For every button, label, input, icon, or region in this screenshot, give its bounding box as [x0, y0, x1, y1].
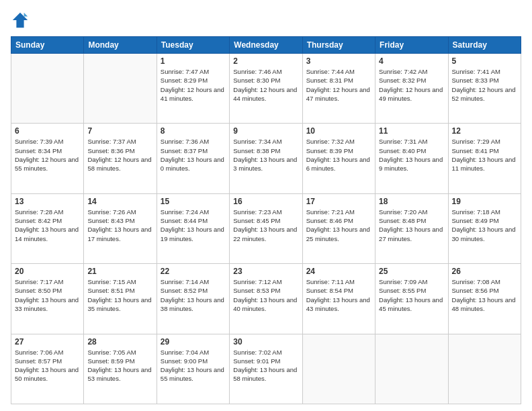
daylight: Daylight: 13 hours and 11 minutes. — [452, 155, 517, 173]
daylight: Daylight: 12 hours and 58 minutes. — [87, 155, 152, 173]
calendar-cell: 25 Sunrise: 7:09 AM Sunset: 8:55 PM Dayl… — [375, 264, 448, 334]
sunset: Sunset: 8:33 PM — [452, 76, 517, 85]
sunrise: Sunrise: 7:37 AM — [87, 137, 152, 146]
daylight: Daylight: 12 hours and 44 minutes. — [233, 85, 298, 103]
day-number: 20 — [15, 267, 80, 276]
sunrise: Sunrise: 7:44 AM — [306, 67, 371, 76]
daylight: Daylight: 13 hours and 50 minutes. — [15, 365, 80, 383]
sunrise: Sunrise: 7:04 AM — [161, 348, 226, 357]
day-number: 25 — [379, 267, 444, 276]
sunset: Sunset: 8:41 PM — [452, 146, 517, 155]
calendar-week-row: 13 Sunrise: 7:28 AM Sunset: 8:42 PM Dayl… — [11, 193, 521, 263]
calendar-cell: 12 Sunrise: 7:29 AM Sunset: 8:41 PM Dayl… — [448, 124, 521, 193]
sunset: Sunset: 8:52 PM — [161, 286, 226, 295]
calendar-cell: 7 Sunrise: 7:37 AM Sunset: 8:36 PM Dayli… — [84, 124, 157, 193]
sunset: Sunset: 8:42 PM — [15, 216, 80, 225]
sunrise: Sunrise: 7:21 AM — [306, 208, 371, 216]
weekday-header: Sunday — [11, 37, 84, 54]
day-number: 23 — [233, 267, 298, 276]
day-number: 15 — [161, 197, 226, 206]
calendar-cell: 1 Sunrise: 7:47 AM Sunset: 8:29 PM Dayli… — [157, 54, 229, 124]
sunset: Sunset: 8:48 PM — [379, 216, 444, 225]
calendar-week-row: 20 Sunrise: 7:17 AM Sunset: 8:50 PM Dayl… — [11, 264, 521, 334]
sunrise: Sunrise: 7:18 AM — [452, 208, 517, 216]
sunrise: Sunrise: 7:32 AM — [306, 137, 371, 146]
daylight: Daylight: 13 hours and 30 minutes. — [452, 225, 517, 243]
day-number: 19 — [452, 197, 517, 206]
day-info: Sunrise: 7:20 AM Sunset: 8:48 PM Dayligh… — [379, 208, 444, 243]
day-number: 9 — [233, 126, 298, 136]
day-info: Sunrise: 7:05 AM Sunset: 8:59 PM Dayligh… — [87, 348, 152, 383]
calendar-cell: 15 Sunrise: 7:24 AM Sunset: 8:44 PM Dayl… — [157, 193, 229, 263]
sunset: Sunset: 8:30 PM — [233, 76, 298, 85]
sunrise: Sunrise: 7:28 AM — [15, 208, 80, 216]
day-number: 30 — [233, 337, 298, 347]
calendar-cell: 9 Sunrise: 7:34 AM Sunset: 8:38 PM Dayli… — [230, 124, 302, 193]
daylight: Daylight: 13 hours and 0 minutes. — [161, 155, 226, 173]
daylight: Daylight: 12 hours and 41 minutes. — [161, 85, 226, 103]
daylight: Daylight: 13 hours and 14 minutes. — [15, 225, 80, 243]
sunrise: Sunrise: 7:42 AM — [379, 67, 444, 76]
sunset: Sunset: 8:49 PM — [452, 216, 517, 225]
day-info: Sunrise: 7:06 AM Sunset: 8:57 PM Dayligh… — [15, 348, 80, 383]
daylight: Daylight: 13 hours and 17 minutes. — [87, 225, 152, 243]
day-number: 8 — [161, 126, 226, 136]
sunrise: Sunrise: 7:12 AM — [233, 277, 298, 286]
sunset: Sunset: 8:38 PM — [233, 146, 298, 155]
day-info: Sunrise: 7:32 AM Sunset: 8:39 PM Dayligh… — [306, 137, 371, 173]
sunrise: Sunrise: 7:05 AM — [87, 348, 152, 357]
sunrise: Sunrise: 7:02 AM — [233, 348, 298, 357]
calendar-table: SundayMondayTuesdayWednesdayThursdayFrid… — [11, 36, 521, 404]
calendar-cell: 2 Sunrise: 7:46 AM Sunset: 8:30 PM Dayli… — [230, 54, 302, 124]
sunrise: Sunrise: 7:36 AM — [161, 137, 226, 146]
calendar-cell: 23 Sunrise: 7:12 AM Sunset: 8:53 PM Dayl… — [230, 264, 302, 334]
day-number: 17 — [306, 197, 371, 206]
sunset: Sunset: 8:55 PM — [379, 286, 444, 295]
sunrise: Sunrise: 7:24 AM — [161, 208, 226, 216]
svg-marker-1 — [24, 13, 28, 17]
calendar-cell: 17 Sunrise: 7:21 AM Sunset: 8:46 PM Dayl… — [302, 193, 375, 263]
daylight: Daylight: 13 hours and 6 minutes. — [306, 155, 371, 173]
day-info: Sunrise: 7:44 AM Sunset: 8:31 PM Dayligh… — [306, 67, 371, 103]
day-info: Sunrise: 7:37 AM Sunset: 8:36 PM Dayligh… — [87, 137, 152, 173]
day-info: Sunrise: 7:41 AM Sunset: 8:33 PM Dayligh… — [452, 67, 517, 103]
sunset: Sunset: 8:43 PM — [87, 216, 152, 225]
weekday-header: Thursday — [302, 37, 375, 54]
sunset: Sunset: 8:39 PM — [306, 146, 371, 155]
day-info: Sunrise: 7:36 AM Sunset: 8:37 PM Dayligh… — [161, 137, 226, 173]
calendar-week-row: 1 Sunrise: 7:47 AM Sunset: 8:29 PM Dayli… — [11, 54, 521, 124]
day-info: Sunrise: 7:17 AM Sunset: 8:50 PM Dayligh… — [15, 277, 80, 313]
sunrise: Sunrise: 7:46 AM — [233, 67, 298, 76]
calendar-cell: 4 Sunrise: 7:42 AM Sunset: 8:32 PM Dayli… — [375, 54, 448, 124]
day-number: 4 — [379, 56, 444, 66]
calendar-week-row: 27 Sunrise: 7:06 AM Sunset: 8:57 PM Dayl… — [11, 334, 521, 404]
day-info: Sunrise: 7:34 AM Sunset: 8:38 PM Dayligh… — [233, 137, 298, 173]
daylight: Daylight: 13 hours and 25 minutes. — [306, 225, 371, 243]
day-number: 26 — [452, 267, 517, 276]
sunrise: Sunrise: 7:15 AM — [87, 277, 152, 286]
weekday-header: Tuesday — [157, 37, 229, 54]
calendar-cell: 28 Sunrise: 7:05 AM Sunset: 8:59 PM Dayl… — [84, 334, 157, 404]
calendar-cell — [448, 334, 521, 404]
day-number: 7 — [87, 126, 152, 136]
calendar-cell — [302, 334, 375, 404]
daylight: Daylight: 13 hours and 58 minutes. — [233, 365, 298, 383]
calendar-cell: 30 Sunrise: 7:02 AM Sunset: 9:01 PM Dayl… — [230, 334, 302, 404]
day-info: Sunrise: 7:46 AM Sunset: 8:30 PM Dayligh… — [233, 67, 298, 103]
sunrise: Sunrise: 7:29 AM — [452, 137, 517, 146]
day-number: 11 — [379, 126, 444, 136]
day-info: Sunrise: 7:08 AM Sunset: 8:56 PM Dayligh… — [452, 277, 517, 313]
daylight: Daylight: 13 hours and 53 minutes. — [87, 365, 152, 383]
day-info: Sunrise: 7:31 AM Sunset: 8:40 PM Dayligh… — [379, 137, 444, 173]
daylight: Daylight: 13 hours and 45 minutes. — [379, 295, 444, 314]
day-number: 28 — [87, 337, 152, 347]
day-number: 1 — [161, 56, 226, 66]
daylight: Daylight: 12 hours and 55 minutes. — [15, 155, 80, 173]
sunset: Sunset: 8:44 PM — [161, 216, 226, 225]
sunrise: Sunrise: 7:23 AM — [233, 208, 298, 216]
calendar-cell — [375, 334, 448, 404]
calendar-cell: 21 Sunrise: 7:15 AM Sunset: 8:51 PM Dayl… — [84, 264, 157, 334]
calendar-cell — [11, 54, 84, 124]
calendar-cell: 3 Sunrise: 7:44 AM Sunset: 8:31 PM Dayli… — [302, 54, 375, 124]
sunset: Sunset: 8:51 PM — [87, 286, 152, 295]
